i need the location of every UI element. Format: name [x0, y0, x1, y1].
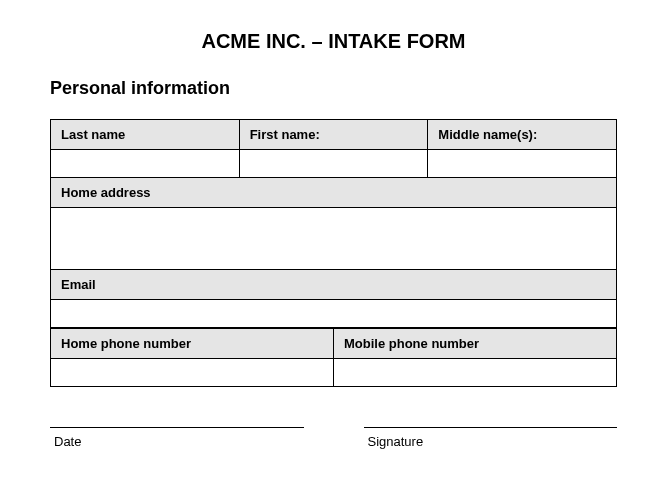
label-first-name: First name: — [239, 120, 428, 150]
input-home-address[interactable] — [51, 208, 617, 270]
signature-label: Signature — [364, 434, 618, 449]
signature-block: Signature — [364, 427, 618, 449]
label-email: Email — [51, 270, 617, 300]
input-last-name[interactable] — [51, 150, 240, 178]
label-home-address: Home address — [51, 178, 617, 208]
label-last-name: Last name — [51, 120, 240, 150]
input-email[interactable] — [51, 300, 617, 328]
date-block: Date — [50, 427, 304, 449]
label-middle-names: Middle name(s): — [428, 120, 617, 150]
signature-row: Date Signature — [50, 427, 617, 449]
label-mobile-phone: Mobile phone number — [334, 329, 617, 359]
date-label: Date — [50, 434, 304, 449]
input-first-name[interactable] — [239, 150, 428, 178]
label-home-phone: Home phone number — [51, 329, 334, 359]
input-home-phone[interactable] — [51, 359, 334, 387]
intake-form-table: Last name First name: Middle name(s): Ho… — [50, 119, 617, 328]
input-mobile-phone[interactable] — [334, 359, 617, 387]
form-title: ACME INC. – INTAKE FORM — [50, 30, 617, 53]
section-heading-personal: Personal information — [50, 78, 617, 99]
date-line[interactable] — [50, 427, 304, 428]
input-middle-names[interactable] — [428, 150, 617, 178]
phone-table: Home phone number Mobile phone number — [50, 328, 617, 387]
signature-line[interactable] — [364, 427, 618, 428]
